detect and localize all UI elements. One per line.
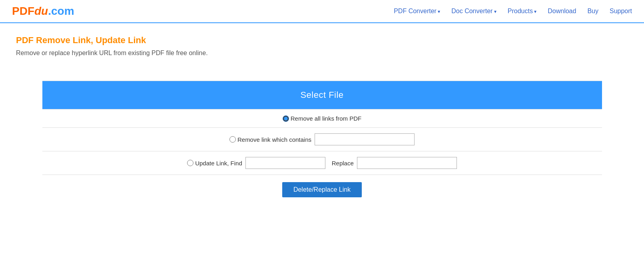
tool-area: Select File Remove all links from PDF Re…: [42, 81, 602, 204]
option-remove-all-label[interactable]: Remove all links from PDF: [283, 115, 362, 122]
option-update-link-label[interactable]: Update Link, Find: [187, 160, 242, 167]
option-remove-all-radio[interactable]: [283, 115, 289, 122]
option-remove-all-row: Remove all links from PDF: [42, 109, 602, 128]
logo-pdf: PDF: [12, 5, 34, 17]
option-update-link-text: Update Link, Find: [195, 160, 242, 167]
option-update-link-row: Update Link, Find Replace: [42, 151, 602, 175]
option-remove-contains-row: Remove link which contains: [42, 128, 602, 151]
support-nav[interactable]: Support: [610, 8, 632, 15]
main-content: PDF Remove Link, Update Link Remove or r…: [0, 23, 644, 216]
option-update-link-radio[interactable]: [187, 160, 193, 166]
page-title: PDF Remove Link, Update Link: [16, 35, 628, 46]
download-nav[interactable]: Download: [548, 8, 576, 15]
buy-nav[interactable]: Buy: [587, 8, 598, 15]
delete-replace-button[interactable]: Delete/Replace Link: [282, 182, 362, 197]
replace-input[interactable]: [357, 157, 457, 169]
contains-input[interactable]: [315, 133, 415, 145]
main-nav: PDF Converter Doc Converter Products Dow…: [394, 8, 632, 15]
option-remove-all-text: Remove all links from PDF: [291, 115, 362, 122]
select-file-button[interactable]: Select File: [42, 81, 602, 109]
logo-com: .com: [48, 5, 74, 17]
products-nav[interactable]: Products: [508, 8, 536, 15]
find-input[interactable]: [245, 157, 325, 169]
option-remove-contains-radio[interactable]: [229, 136, 236, 143]
option-remove-contains-text: Remove link which contains: [237, 136, 311, 143]
page-description: Remove or replace hyperlink URL from exi…: [16, 50, 628, 57]
replace-label: Replace: [332, 160, 354, 167]
header: PDFdu.com PDF Converter Doc Converter Pr…: [0, 0, 644, 23]
action-row: Delete/Replace Link: [42, 175, 602, 204]
option-remove-contains-label[interactable]: Remove link which contains: [229, 136, 311, 143]
logo-du: du: [34, 5, 48, 17]
logo[interactable]: PDFdu.com: [12, 5, 74, 18]
pdf-converter-nav[interactable]: PDF Converter: [394, 8, 440, 15]
doc-converter-nav[interactable]: Doc Converter: [451, 8, 496, 15]
